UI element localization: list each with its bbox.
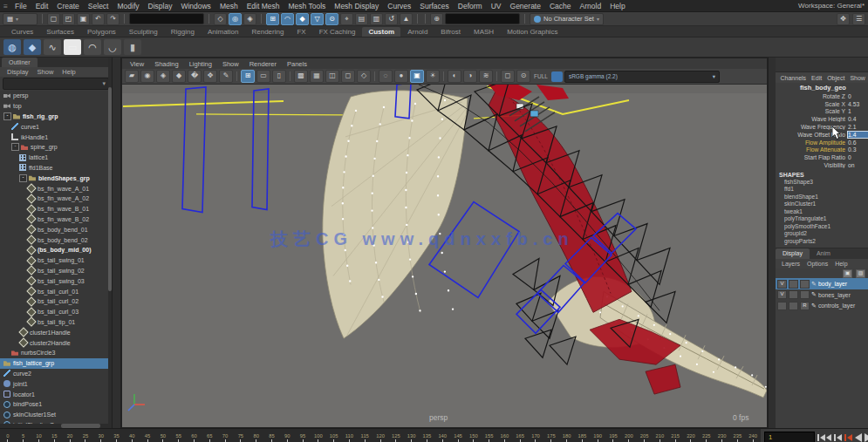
expander-icon[interactable]: - — [19, 174, 27, 182]
layer-row-bones-layer[interactable]: V✎bones_layer — [776, 289, 868, 301]
expander-icon[interactable]: - — [3, 112, 11, 120]
layer-editor-tab-anim[interactable]: Anim — [810, 248, 837, 259]
snap-plane-icon[interactable]: ▽ — [311, 13, 324, 25]
attribute-editor-icon[interactable]: ☰ — [852, 13, 865, 25]
outliner-item-bs-tail-curl-01[interactable]: bs_tail_curl_01 — [0, 286, 112, 296]
outliner-item-bs-body-mid-00[interactable]: (bs_body_mid_00) — [0, 245, 112, 255]
time-tick-50[interactable]: 50 — [155, 429, 171, 442]
outliner-item-bs-tail-swing-02[interactable]: bs_tail_swing_02 — [0, 266, 112, 276]
outliner-item-nurbscircle3[interactable]: nurbsCircle3 — [0, 348, 112, 358]
playback-toggle[interactable] — [789, 280, 798, 289]
outliner-item-cluster1handle[interactable]: cluster1Handle — [0, 327, 112, 337]
menu-display[interactable]: Display — [144, 2, 177, 10]
time-tick-90[interactable]: 90 — [279, 429, 295, 442]
channel-visibility[interactable]: Visibilityon — [776, 161, 868, 169]
shape-item-skincluster1[interactable]: skinCluster1 — [776, 201, 868, 208]
input-connections-icon[interactable]: ▤ — [355, 13, 368, 25]
window-menu-icon[interactable]: ≡ — [3, 2, 8, 10]
panel-divider-left[interactable] — [112, 58, 121, 428]
time-tick-70[interactable]: 70 — [217, 429, 233, 442]
time-slider-ticks[interactable]: 0510152025303540455055606570758085909510… — [0, 429, 761, 442]
time-tick-60[interactable]: 60 — [187, 429, 202, 442]
camera-attributes-icon[interactable]: ◈ — [156, 70, 170, 83]
shelf-button-arc[interactable]: ◡ — [104, 39, 121, 55]
time-tick-40[interactable]: 40 — [124, 429, 140, 442]
view-transform-dropdown[interactable]: sRGB gamma (2.2)▾ — [564, 71, 720, 83]
viewport-menu-lighting[interactable]: Lighting — [185, 60, 216, 68]
outliner-item-bs-fin-wave-a-02[interactable]: bs_fin_wave_A_02 — [0, 194, 112, 204]
time-tick-240[interactable]: 240 — [745, 429, 761, 442]
menu-modify[interactable]: Modify — [113, 2, 143, 10]
time-tick-100[interactable]: 100 — [311, 429, 326, 442]
outliner-item-bs-fin-wave-b-02[interactable]: bs_fin_wave_B_02 — [0, 214, 112, 225]
snap-point-icon[interactable]: ◆ — [296, 13, 309, 25]
undo-icon[interactable]: ↶ — [92, 13, 105, 25]
time-tick-230[interactable]: 230 — [714, 429, 730, 442]
outliner-item-bs-tail-curl-02[interactable]: bs_tail_curl_02 — [0, 296, 112, 307]
shelf-tab-fx-caching[interactable]: FX Caching — [313, 27, 362, 37]
time-tick-205[interactable]: 205 — [637, 429, 653, 442]
shelf-button-mesh[interactable]: ◆ — [24, 39, 41, 55]
filter-icon[interactable]: ▾ — [102, 80, 106, 87]
shadows-icon[interactable]: ◐ — [448, 70, 461, 83]
image-plane-icon[interactable]: � — [188, 70, 202, 83]
new-scene-icon[interactable]: ▢ — [47, 13, 60, 25]
outliner-item-joint1[interactable]: joint1 — [0, 378, 112, 389]
menu-uv[interactable]: UV — [487, 2, 506, 10]
time-tick-10[interactable]: 10 — [31, 429, 47, 442]
menu-help[interactable]: Help — [605, 2, 629, 10]
layer-menu-help[interactable]: Help — [832, 261, 850, 267]
shape-item-polysmoothface1[interactable]: polySmoothFace1 — [776, 223, 868, 231]
time-tick-150[interactable]: 150 — [466, 429, 482, 442]
open-scene-icon[interactable]: ◰ — [62, 13, 75, 25]
output-connections-icon[interactable]: ▥ — [370, 13, 383, 25]
menu-surfaces[interactable]: Surfaces — [415, 2, 454, 10]
time-tick-0[interactable]: 0 — [0, 429, 16, 442]
channel-value-field[interactable]: 4.53 — [848, 101, 868, 107]
shelf-tab-motion-graphics[interactable]: Motion Graphics — [501, 27, 564, 37]
time-tick-110[interactable]: 110 — [342, 429, 358, 442]
viewport-menu-view[interactable]: View — [126, 60, 148, 68]
layer-menu-options[interactable]: Options — [804, 261, 830, 267]
time-tick-30[interactable]: 30 — [93, 429, 109, 442]
outliner-item-bs-fin-wave-a-01[interactable]: bs_fin_wave_A_01 — [0, 183, 112, 194]
menu-edit[interactable]: Edit — [31, 2, 53, 10]
time-tick-160[interactable]: 160 — [497, 429, 513, 442]
menu-file[interactable]: File — [10, 2, 31, 10]
shelf-tab-curves[interactable]: Curves — [5, 27, 39, 37]
frame-all-icon[interactable]: ◇ — [357, 70, 371, 83]
viewport-menu-renderer[interactable]: Renderer — [245, 60, 281, 68]
menu-deform[interactable]: Deform — [454, 2, 487, 10]
outliner-item-curve2[interactable]: curve2 — [0, 369, 112, 379]
time-tick-225[interactable]: 225 — [699, 429, 714, 442]
wireframe-icon[interactable]: ◌ — [379, 70, 393, 83]
time-tick-5[interactable]: 5 — [16, 429, 31, 442]
bookmark-icon[interactable]: ◆ — [172, 70, 186, 83]
outliner-item-ikhandle1[interactable]: ikHandle1 — [0, 132, 112, 142]
quick-select-icon[interactable]: ⊕ — [430, 13, 443, 25]
channel-box-menu-object[interactable]: Object — [825, 75, 847, 81]
outliner-item-lattice1[interactable]: lattice1 — [0, 153, 112, 163]
shelf-button-text[interactable]: ▮ — [124, 39, 141, 55]
modeling-toolkit-icon[interactable]: ✥ — [837, 13, 850, 25]
time-tick-180[interactable]: 180 — [559, 429, 575, 442]
outliner-item-persp[interactable]: persp — [0, 91, 112, 101]
safe-title-icon[interactable]: ◻ — [341, 70, 355, 83]
grid-icon[interactable]: ⊞ — [241, 70, 255, 83]
play-backwards-button[interactable] — [855, 433, 862, 442]
shelf-tab-mash[interactable]: MASH — [468, 27, 500, 37]
field-chart-icon[interactable]: ▦ — [310, 70, 324, 83]
lasso-tool-icon[interactable]: ◎ — [229, 13, 242, 25]
time-tick-170[interactable]: 170 — [528, 429, 543, 442]
time-tick-220[interactable]: 220 — [683, 429, 699, 442]
outliner-item-curve1[interactable]: curve1 — [0, 121, 112, 132]
channel-box-menu-channels[interactable]: Channels — [778, 75, 809, 81]
outliner-item-spine-grp[interactable]: -spine_grp — [0, 142, 112, 153]
shelf-button-plane[interactable]: ▭ — [64, 39, 81, 55]
viewport-scene[interactable]: 技艺CG www.qdnxxfb.cn persp 0 fps — [122, 85, 767, 427]
film-gate-icon[interactable]: ▭ — [256, 70, 270, 83]
make-live-icon[interactable]: ⊙ — [325, 13, 338, 25]
shelf-tab-surfaces[interactable]: Surfaces — [40, 27, 80, 37]
time-tick-190[interactable]: 190 — [590, 429, 605, 442]
time-tick-15[interactable]: 15 — [46, 429, 62, 442]
